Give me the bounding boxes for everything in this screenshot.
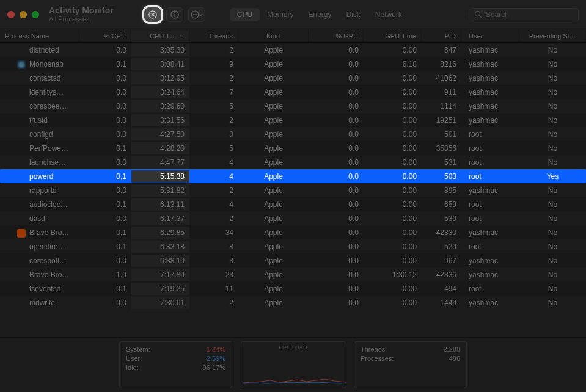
monosnap-icon <box>17 60 26 69</box>
user-cell: yashmac <box>461 44 519 56</box>
kind-cell: Apple <box>238 156 309 169</box>
tab-disk[interactable]: Disk <box>339 8 368 21</box>
table-row[interactable]: dasd0.06:17.372Apple0.00.00539rootNo <box>0 211 586 225</box>
table-row[interactable]: Brave Bro…1.07:17.8923Apple0.01:30.12423… <box>0 267 586 281</box>
more-options-button[interactable] <box>188 7 205 22</box>
cpu-cell: 0.1 <box>79 283 131 295</box>
gpu-time-cell: 0.00 <box>364 170 422 183</box>
kind-cell: Apple <box>238 283 309 295</box>
stop-process-button[interactable] <box>144 7 161 22</box>
system-value: 1.24% <box>207 346 225 353</box>
table-row[interactable]: contactsd0.03:12.952Apple0.00.0041062yas… <box>0 71 586 85</box>
preventing-sleep-cell: No <box>519 156 586 169</box>
col-threads[interactable]: Threads <box>189 31 238 42</box>
pid-cell: 494 <box>422 283 461 295</box>
cpu-cell: 0.0 <box>79 128 131 140</box>
table-row[interactable]: trustd0.03:31.562Apple0.00.0019251yashma… <box>0 113 586 127</box>
gpu-cell: 0.0 <box>309 170 364 183</box>
table-row[interactable]: distnoted0.03:05.302Apple0.00.00847yashm… <box>0 43 586 57</box>
table-row[interactable]: launchse…0.04:47.774Apple0.00.00531rootN… <box>0 155 586 169</box>
cpu-time-cell: 4:47.77 <box>131 156 189 169</box>
process-name-cell: Brave Bro… <box>0 269 79 281</box>
table-row[interactable]: Monosnap0.13:08.419Apple0.06.188216yashm… <box>0 57 586 71</box>
cpu-cell: 0.0 <box>79 255 131 267</box>
user-cell: yashmac <box>461 255 519 267</box>
gpu-time-cell: 0.00 <box>364 241 422 253</box>
gpu-time-cell: 0.00 <box>364 283 422 295</box>
process-name-cell: corespotl… <box>0 255 79 267</box>
gpu-time-cell: 0.00 <box>364 198 422 211</box>
cpu-summary-box: System:1.24% User:2.59% Idle:96.17% <box>119 341 232 388</box>
threads-cell: 2 <box>189 184 238 197</box>
col-process-name[interactable]: Process Name <box>0 31 79 42</box>
gpu-time-cell: 0.00 <box>364 156 422 169</box>
process-name-cell: opendire… <box>0 241 79 253</box>
preventing-sleep-cell: No <box>519 227 586 239</box>
process-name-cell: audiocloc… <box>0 198 79 211</box>
table-row[interactable]: identitys…0.03:24.647Apple0.00.00911yash… <box>0 85 586 99</box>
table-row[interactable]: configd0.04:27.508Apple0.00.00501rootNo <box>0 127 586 141</box>
tab-energy[interactable]: Energy <box>301 8 339 21</box>
table-header: Process Name % CPU CPU T…⌃ Threads Kind … <box>0 29 586 43</box>
col-preventing-sleep[interactable]: Preventing Sl… <box>519 31 586 42</box>
minimize-window-button[interactable] <box>20 11 27 18</box>
window-subtitle: All Processes <box>49 15 114 23</box>
tab-cpu[interactable]: CPU <box>230 8 260 21</box>
col-pid[interactable]: PID <box>422 31 461 42</box>
user-cell: root <box>461 142 519 154</box>
brave-icon <box>17 229 26 238</box>
close-window-button[interactable] <box>7 11 15 18</box>
user-cell: yashmac <box>461 297 519 309</box>
table-row[interactable]: Brave Bro…0.16:29.8534Apple0.00.0042330y… <box>0 225 586 239</box>
col-user[interactable]: User <box>461 31 519 42</box>
preventing-sleep-cell: No <box>519 114 586 126</box>
col-gpu[interactable]: % GPU <box>309 31 364 42</box>
gpu-time-cell: 0.00 <box>364 128 422 140</box>
gpu-time-cell: 0.00 <box>364 44 422 56</box>
user-cell: root <box>461 241 519 253</box>
user-cell: yashmac <box>461 72 519 84</box>
maximize-window-button[interactable] <box>32 11 39 18</box>
table-row[interactable]: fseventsd0.17:19.2511Apple0.00.00494root… <box>0 281 586 296</box>
process-name: audiocloc… <box>29 200 68 209</box>
info-icon <box>170 10 180 20</box>
process-name: corespee… <box>29 102 67 111</box>
kind-cell: Apple <box>238 142 309 154</box>
preventing-sleep-cell: No <box>519 86 586 98</box>
cpu-time-cell: 6:17.37 <box>131 212 189 225</box>
search-input[interactable] <box>486 10 573 19</box>
svg-point-9 <box>196 14 197 15</box>
threads-cell: 2 <box>189 72 238 84</box>
process-name: identitys… <box>29 88 64 96</box>
col-gpu-time[interactable]: GPU Time <box>364 31 422 42</box>
user-cell: root <box>461 212 519 225</box>
kind-cell: Apple <box>238 297 309 309</box>
table-row[interactable]: rapportd0.05:31.822Apple0.00.00895yashma… <box>0 183 586 197</box>
tab-memory[interactable]: Memory <box>260 8 301 21</box>
threads-cell: 2 <box>189 114 238 126</box>
process-name-cell: trustd <box>0 114 79 126</box>
process-table[interactable]: distnoted0.03:05.302Apple0.00.00847yashm… <box>0 43 586 337</box>
info-button[interactable] <box>166 7 183 22</box>
gpu-time-cell: 0.00 <box>364 142 422 154</box>
col-cpu-time[interactable]: CPU T…⌃ <box>131 31 189 42</box>
tab-network[interactable]: Network <box>368 8 409 21</box>
table-row[interactable]: audiocloc…0.16:13.114Apple0.00.00659root… <box>0 197 586 211</box>
table-row[interactable]: opendire…0.16:33.188Apple0.00.00529rootN… <box>0 239 586 253</box>
table-row[interactable]: PerfPowe…0.14:28.205Apple0.00.0035856roo… <box>0 141 586 155</box>
table-row[interactable]: corespee…0.03:29.605Apple0.00.001114yash… <box>0 99 586 113</box>
process-name-cell: PerfPowe… <box>0 142 79 154</box>
preventing-sleep-cell: No <box>519 255 586 267</box>
table-row[interactable]: corespotl…0.06:38.193Apple0.00.00967yash… <box>0 253 586 267</box>
col-cpu[interactable]: % CPU <box>79 31 131 42</box>
cpu-cell: 1.0 <box>79 269 131 281</box>
search-box[interactable] <box>469 8 579 21</box>
gpu-cell: 0.0 <box>309 142 364 154</box>
col-kind[interactable]: Kind <box>238 31 309 42</box>
kind-cell: Apple <box>238 184 309 197</box>
table-row[interactable]: mdwrite0.07:30.612Apple0.00.001449yashma… <box>0 296 586 310</box>
gpu-time-cell: 0.00 <box>364 114 422 126</box>
process-name-cell: distnoted <box>0 44 79 56</box>
threads-cell: 4 <box>189 198 238 211</box>
table-row[interactable]: powerd0.15:15.384Apple0.00.00503rootYes <box>0 169 586 183</box>
